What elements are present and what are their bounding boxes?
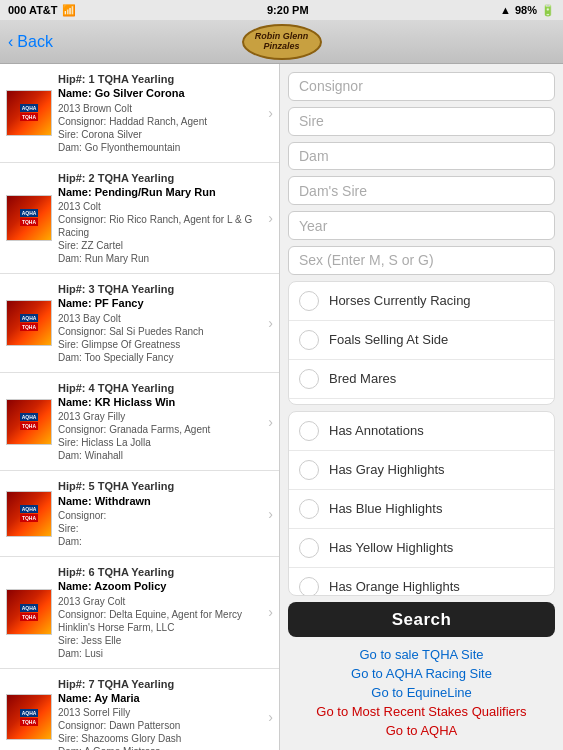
link-item[interactable]: Go to AQHA (288, 723, 555, 738)
sire-input[interactable] (288, 107, 555, 136)
filter-item[interactable]: Horses Currently Racing (289, 282, 554, 321)
chevron-right-icon: › (268, 315, 273, 331)
horse-title: Hip#: 4 TQHA YearlingName: KR Hiclass Wi… (58, 381, 264, 410)
horse-logo: AQHA TQHA (6, 300, 52, 346)
horse-title: Hip#: 3 TQHA YearlingName: PF Fancy (58, 282, 264, 311)
horse-info: Hip#: 3 TQHA YearlingName: PF Fancy 2013… (58, 282, 264, 364)
horse-info: Hip#: 5 TQHA YearlingName: Withdrawn Con… (58, 479, 264, 548)
horse-info: Hip#: 1 TQHA YearlingName: Go Silver Cor… (58, 72, 264, 154)
main-layout: AQHA TQHA Hip#: 1 TQHA YearlingName: Go … (0, 64, 563, 750)
horse-logo: AQHA TQHA (6, 195, 52, 241)
link-item[interactable]: Go to EquineLine (288, 685, 555, 700)
filter-section-2: Has Annotations Has Gray Highlights Has … (288, 411, 555, 597)
filter-item[interactable]: Has Blue Highlights (289, 490, 554, 529)
carrier-label: 000 AT&T (8, 4, 58, 16)
radio-button[interactable] (299, 369, 319, 389)
radio-button[interactable] (299, 538, 319, 558)
horse-info: Hip#: 7 TQHA YearlingName: Ay Maria 2013… (58, 677, 264, 750)
horse-detail: 2013 Sorrel FillyConsignor: Dawn Patters… (58, 706, 264, 750)
filter-label: Bred Mares (329, 371, 396, 386)
back-label: Back (17, 33, 53, 51)
status-right: ▲ 98% 🔋 (500, 4, 555, 17)
horse-logo: AQHA TQHA (6, 589, 52, 635)
filter-label: Has Yellow Highlights (329, 540, 453, 555)
nav-bar: ‹ Back Robin GlennPinzales (0, 20, 563, 64)
consignor-input[interactable] (288, 72, 555, 101)
horse-logo: AQHA TQHA (6, 491, 52, 537)
list-item[interactable]: AQHA TQHA Hip#: 7 TQHA YearlingName: Ay … (0, 669, 279, 750)
filter-label: Has Orange Highlights (329, 579, 460, 594)
horse-logo: AQHA TQHA (6, 90, 52, 136)
filter-item[interactable]: AQHA Challenge Nominated (289, 399, 554, 405)
radio-button[interactable] (299, 499, 319, 519)
horse-detail: 2013 Brown ColtConsignor: Haddad Ranch, … (58, 102, 264, 154)
radio-button[interactable] (299, 421, 319, 441)
horse-info: Hip#: 6 TQHA YearlingName: Azoom Policy … (58, 565, 264, 660)
logo-oval: Robin GlennPinzales (242, 24, 322, 60)
battery-label: 98% (515, 4, 537, 16)
list-item[interactable]: AQHA TQHA Hip#: 4 TQHA YearlingName: KR … (0, 373, 279, 472)
list-item[interactable]: AQHA TQHA Hip#: 3 TQHA YearlingName: PF … (0, 274, 279, 373)
horse-title: Hip#: 1 TQHA YearlingName: Go Silver Cor… (58, 72, 264, 101)
horse-title: Hip#: 7 TQHA YearlingName: Ay Maria (58, 677, 264, 706)
chevron-right-icon: › (268, 709, 273, 725)
horse-title: Hip#: 6 TQHA YearlingName: Azoom Policy (58, 565, 264, 594)
battery-icon: 🔋 (541, 4, 555, 17)
list-item[interactable]: AQHA TQHA Hip#: 2 TQHA YearlingName: Pen… (0, 163, 279, 275)
filter-section-1: Horses Currently Racing Foals Selling At… (288, 281, 555, 405)
horse-detail: 2013 Bay ColtConsignor: Sal Si Puedes Ra… (58, 312, 264, 364)
chevron-right-icon: › (268, 604, 273, 620)
filter-label: Has Blue Highlights (329, 501, 442, 516)
status-bar: 000 AT&T 📶 9:20 PM ▲ 98% 🔋 (0, 0, 563, 20)
horse-detail: 2013 Gray FillyConsignor: Granada Farms,… (58, 410, 264, 462)
horse-logo: AQHA TQHA (6, 399, 52, 445)
year-input[interactable] (288, 211, 555, 240)
links-section: Go to sale TQHA SiteGo to AQHA Racing Si… (288, 643, 555, 742)
logo-text: Robin GlennPinzales (255, 32, 309, 52)
filter-item[interactable]: Has Annotations (289, 412, 554, 451)
chevron-right-icon: › (268, 210, 273, 226)
chevron-left-icon: ‹ (8, 33, 13, 51)
filter-label: Horses Currently Racing (329, 293, 471, 308)
logo: Robin GlennPinzales (242, 24, 322, 60)
filter-item[interactable]: Has Yellow Highlights (289, 529, 554, 568)
radio-button[interactable] (299, 330, 319, 350)
link-item[interactable]: Go to AQHA Racing Site (288, 666, 555, 681)
filter-item[interactable]: Foals Selling At Side (289, 321, 554, 360)
list-item[interactable]: AQHA TQHA Hip#: 1 TQHA YearlingName: Go … (0, 64, 279, 163)
filter-item[interactable]: Has Orange Highlights (289, 568, 554, 597)
filter-label: Has Gray Highlights (329, 462, 445, 477)
status-left: 000 AT&T 📶 (8, 4, 76, 17)
chevron-right-icon: › (268, 414, 273, 430)
horse-title: Hip#: 5 TQHA YearlingName: Withdrawn (58, 479, 264, 508)
wifi-icon: 📶 (62, 4, 76, 17)
chevron-right-icon: › (268, 506, 273, 522)
signal-icon: ▲ (500, 4, 511, 16)
horse-detail: Consignor:Sire:Dam: (58, 509, 264, 548)
filter-item[interactable]: Bred Mares (289, 360, 554, 399)
filter-item[interactable]: Has Gray Highlights (289, 451, 554, 490)
horse-list[interactable]: AQHA TQHA Hip#: 1 TQHA YearlingName: Go … (0, 64, 280, 750)
radio-button[interactable] (299, 291, 319, 311)
horse-info: Hip#: 4 TQHA YearlingName: KR Hiclass Wi… (58, 381, 264, 463)
search-panel: Horses Currently Racing Foals Selling At… (280, 64, 563, 750)
sex-input[interactable] (288, 246, 555, 275)
dams-sire-input[interactable] (288, 176, 555, 205)
horse-title: Hip#: 2 TQHA YearlingName: Pending/Run M… (58, 171, 264, 200)
radio-button[interactable] (299, 460, 319, 480)
horse-logo: AQHA TQHA (6, 694, 52, 740)
list-item[interactable]: AQHA TQHA Hip#: 6 TQHA YearlingName: Azo… (0, 557, 279, 669)
dam-input[interactable] (288, 142, 555, 171)
search-button[interactable]: Search (288, 602, 555, 637)
horse-detail: 2013 ColtConsignor: Rio Rico Ranch, Agen… (58, 200, 264, 265)
horse-info: Hip#: 2 TQHA YearlingName: Pending/Run M… (58, 171, 264, 266)
link-item[interactable]: Go to Most Recent Stakes Qualifiers (288, 704, 555, 719)
filter-label: Has Annotations (329, 423, 424, 438)
horse-detail: 2013 Gray ColtConsignor: Delta Equine, A… (58, 595, 264, 660)
back-button[interactable]: ‹ Back (8, 33, 53, 51)
filter-label: Foals Selling At Side (329, 332, 448, 347)
chevron-right-icon: › (268, 105, 273, 121)
list-item[interactable]: AQHA TQHA Hip#: 5 TQHA YearlingName: Wit… (0, 471, 279, 557)
radio-button[interactable] (299, 577, 319, 597)
link-item[interactable]: Go to sale TQHA Site (288, 647, 555, 662)
